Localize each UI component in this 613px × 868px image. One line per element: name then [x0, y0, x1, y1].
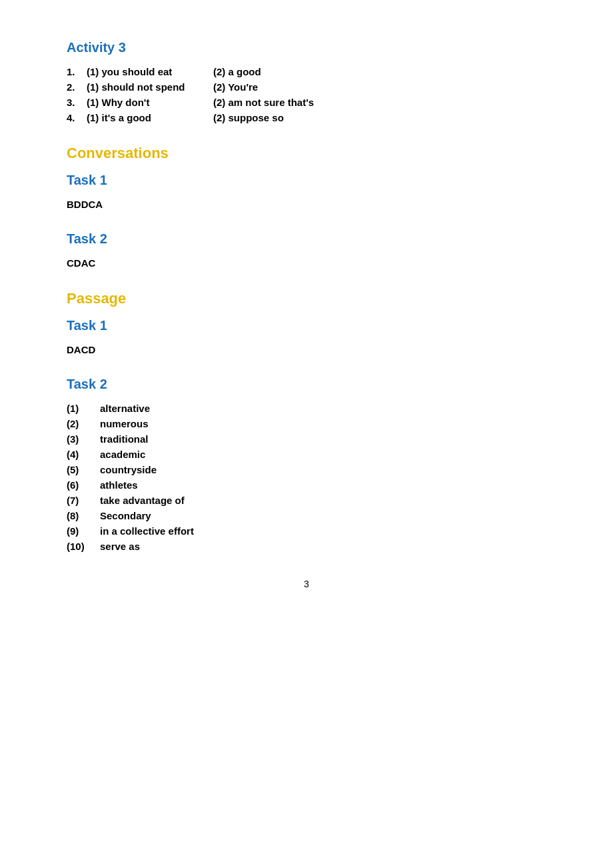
list-item: (2)numerous	[67, 418, 546, 429]
list-item-num: (2)	[67, 418, 100, 429]
list-item: (10)serve as	[67, 541, 546, 552]
list-item: (7)take advantage of	[67, 495, 546, 506]
page-number: 3	[67, 579, 546, 589]
conversations-task1-label: Task 1	[67, 173, 546, 188]
list-item-value: athletes	[100, 479, 138, 491]
list-item-num: (6)	[67, 479, 100, 491]
activity-row: 4.(1) it's a good(2) suppose so	[67, 112, 546, 123]
list-item: (9)in a collective effort	[67, 525, 546, 537]
list-item-value: academic	[100, 449, 145, 460]
list-item: (8)Secondary	[67, 510, 546, 521]
list-item-value: alternative	[100, 403, 150, 414]
activity-row-part2: (2) suppose so	[213, 112, 546, 123]
conversations-task2-answer: CDAC	[67, 257, 546, 269]
activity-row-part1: (1) you should eat	[87, 66, 213, 77]
activity-row-num: 4.	[67, 112, 87, 123]
activity-row: 3.(1) Why don't(2) am not sure that's	[67, 97, 546, 108]
list-item-value: traditional	[100, 433, 149, 445]
list-item-num: (10)	[67, 541, 100, 552]
list-item-value: Secondary	[100, 510, 151, 521]
activity3-section: Activity 3 1.(1) you should eat(2) a goo…	[67, 40, 546, 123]
conversations-task2-label: Task 2	[67, 231, 546, 247]
activity-row-num: 1.	[67, 66, 87, 77]
list-item-value: countryside	[100, 464, 157, 475]
conversations-title: Conversations	[67, 145, 546, 162]
list-item: (6)athletes	[67, 479, 546, 491]
list-item-value: serve as	[100, 541, 140, 552]
list-item-num: (7)	[67, 495, 100, 506]
activity-row-num: 2.	[67, 81, 87, 93]
passage-title: Passage	[67, 290, 546, 307]
list-item-num: (4)	[67, 449, 100, 460]
activity-row-part1: (1) it's a good	[87, 112, 213, 123]
activity-row-part2: (2) a good	[213, 66, 546, 77]
activity3-title: Activity 3	[67, 40, 546, 55]
list-item-num: (8)	[67, 510, 100, 521]
passage-task1-label: Task 1	[67, 318, 546, 333]
activity-row-part2: (2) You're	[213, 81, 546, 93]
conversations-task1-answer: BDDCA	[67, 199, 546, 210]
passage-task1-answer: DACD	[67, 344, 546, 355]
activity-row: 1.(1) you should eat(2) a good	[67, 66, 546, 77]
list-item-num: (5)	[67, 464, 100, 475]
passage-task2-label: Task 2	[67, 377, 546, 392]
passage-task2-block: Task 2 (1)alternative(2)numerous(3)tradi…	[67, 377, 546, 552]
activity-row-part2: (2) am not sure that's	[213, 97, 546, 108]
list-item-value: in a collective effort	[100, 525, 194, 537]
list-item-value: take advantage of	[100, 495, 185, 506]
list-item-num: (3)	[67, 433, 100, 445]
list-item: (3)traditional	[67, 433, 546, 445]
passage-section: Passage Task 1 DACD Task 2 (1)alternativ…	[67, 290, 546, 552]
activity-row: 2.(1) should not spend(2) You're	[67, 81, 546, 93]
conversations-task2-block: Task 2 CDAC	[67, 231, 546, 269]
list-item: (1)alternative	[67, 403, 546, 414]
activity-row-part1: (1) Why don't	[87, 97, 213, 108]
activity3-items: 1.(1) you should eat(2) a good2.(1) shou…	[67, 66, 546, 123]
list-item-num: (1)	[67, 403, 100, 414]
conversations-task1-block: Task 1 BDDCA	[67, 173, 546, 210]
passage-task2-list: (1)alternative(2)numerous(3)traditional(…	[67, 403, 546, 552]
list-item: (4)academic	[67, 449, 546, 460]
activity-row-num: 3.	[67, 97, 87, 108]
conversations-section: Conversations Task 1 BDDCA Task 2 CDAC	[67, 145, 546, 269]
activity-row-part1: (1) should not spend	[87, 81, 213, 93]
list-item-value: numerous	[100, 418, 149, 429]
list-item-num: (9)	[67, 525, 100, 537]
list-item: (5)countryside	[67, 464, 546, 475]
passage-task1-block: Task 1 DACD	[67, 318, 546, 355]
